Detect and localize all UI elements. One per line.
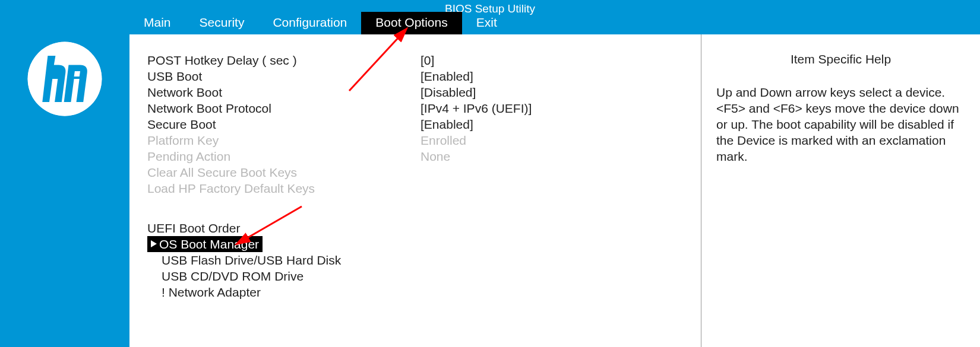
tab-security[interactable]: Security	[185, 12, 259, 34]
setting-network-boot-protocol[interactable]: Network Boot Protocol	[147, 100, 421, 116]
value-post-hotkey-delay: [0]	[421, 52, 683, 68]
help-title: Item Specific Help	[716, 52, 965, 66]
tab-configuration[interactable]: Configuration	[258, 12, 361, 34]
value-secure-boot: [Enabled]	[421, 116, 683, 132]
value-network-boot-protocol: [IPv4 + IPv6 (UEFI)]	[421, 100, 683, 116]
value-usb-boot: [Enabled]	[421, 68, 683, 84]
boot-item-label: OS Boot Manager	[148, 237, 259, 251]
setting-network-boot[interactable]: Network Boot	[147, 84, 421, 100]
value-network-boot: [Disabled]	[421, 84, 683, 100]
value-pending-action: None	[421, 148, 683, 164]
tab-boot-options[interactable]: Boot Options	[361, 12, 461, 34]
settings-pane: POST Hotkey Delay ( sec ) USB Boot Netwo…	[129, 34, 701, 347]
help-body: Up and Down arrow keys select a device. …	[716, 84, 965, 164]
setting-pending-action: Pending Action	[147, 148, 421, 164]
setting-usb-boot[interactable]: USB Boot	[147, 68, 421, 84]
setting-load-hp-keys: Load HP Factory Default Keys	[147, 180, 421, 196]
boot-item-network[interactable]: ! Network Adapter	[147, 284, 421, 300]
uefi-boot-order-header: UEFI Boot Order	[147, 220, 421, 236]
boot-item-usb-cd[interactable]: USB CD/DVD ROM Drive	[147, 268, 421, 284]
tab-bar: Main Security Configuration Boot Options…	[129, 12, 511, 34]
setting-post-hotkey-delay[interactable]: POST Hotkey Delay ( sec )	[147, 52, 421, 68]
triangle-right-icon	[151, 240, 157, 247]
value-platform-key: Enrolled	[421, 132, 683, 148]
help-pane: Item Specific Help Up and Down arrow key…	[701, 34, 980, 347]
tab-exit[interactable]: Exit	[462, 12, 511, 34]
tab-main[interactable]: Main	[129, 12, 185, 34]
setting-secure-boot[interactable]: Secure Boot	[147, 116, 421, 132]
hp-logo-icon	[26, 40, 103, 117]
setting-platform-key: Platform Key	[147, 132, 421, 148]
logo-panel	[0, 34, 129, 347]
boot-item-usb-flash[interactable]: USB Flash Drive/USB Hard Disk	[147, 252, 421, 268]
setting-clear-sb-keys: Clear All Secure Boot Keys	[147, 164, 421, 180]
boot-item-os-boot-manager[interactable]: OS Boot Manager	[147, 236, 263, 252]
